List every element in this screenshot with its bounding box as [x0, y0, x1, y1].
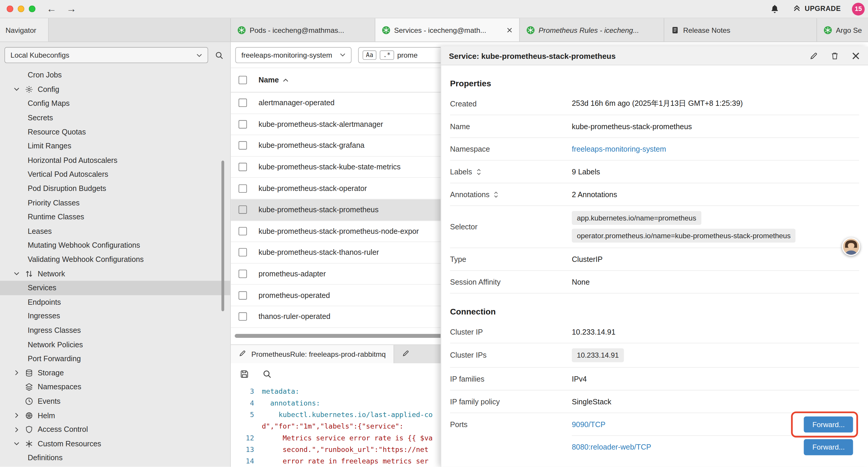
drawer-header: Service: kube-prometheus-stack-prometheu…	[441, 47, 868, 65]
back-button[interactable]: ←	[46, 4, 56, 14]
row-checkbox[interactable]	[239, 227, 247, 235]
upgrade-label: UPGRADE	[805, 5, 841, 13]
tab[interactable]: Services - icecheng@math...	[375, 18, 520, 42]
select-all-checkbox[interactable]	[239, 76, 247, 84]
user-avatar[interactable]	[842, 238, 860, 256]
row-checkbox[interactable]	[239, 206, 247, 214]
port-link[interactable]: 9090/TCP	[572, 420, 606, 428]
upgrade-button[interactable]: UPGRADE	[793, 4, 841, 14]
save-icon[interactable]	[240, 370, 249, 379]
row-checkbox[interactable]	[239, 99, 247, 107]
row-checkbox[interactable]	[239, 248, 247, 257]
expand-chevron-icon[interactable]	[13, 428, 20, 431]
code-text: error rate in freeleaps metrics ser	[262, 455, 428, 466]
sidebar-item[interactable]: Custom Resources	[0, 437, 230, 451]
row-checkbox[interactable]	[239, 184, 247, 193]
chevron-down-icon	[196, 54, 202, 57]
tab[interactable]: Release Notes	[664, 18, 817, 42]
regex-button[interactable]: .*	[380, 50, 394, 60]
kubeconfig-selector[interactable]: Local Kubeconfigs	[4, 47, 208, 63]
service-name: kube-prometheus-stack-prometheus	[258, 206, 378, 214]
sidebar-item[interactable]: Pod Disruption Budgets	[0, 181, 230, 196]
sidebar-item[interactable]: Resource Quotas	[0, 125, 230, 139]
zoom-window-button[interactable]	[29, 6, 35, 12]
close-tab-icon[interactable]	[506, 27, 513, 33]
row-checkbox[interactable]	[239, 120, 247, 128]
sidebar-item[interactable]: Access Control	[0, 422, 230, 437]
sidebar-item[interactable]: Ingresses	[0, 309, 230, 323]
sidebar-item[interactable]: Config	[0, 82, 230, 96]
sidebar-item[interactable]: Services	[0, 281, 230, 295]
dock-tab[interactable]: PrometheusRule: freeleaps-prod-rabbitmq	[231, 345, 394, 363]
notifications-bell-icon[interactable]	[770, 4, 779, 13]
sidebar-item[interactable]: Cron Jobs	[0, 68, 230, 82]
expand-chevron-icon[interactable]	[13, 88, 20, 91]
forward-button[interactable]: Forward...	[804, 416, 853, 432]
annotations-toggle-icon[interactable]	[493, 191, 499, 198]
editor-search-icon[interactable]	[262, 370, 272, 379]
sidebar-item-label: Events	[37, 397, 60, 405]
chevron-down-icon	[340, 53, 345, 56]
close-window-button[interactable]	[6, 6, 13, 12]
sidebar-item[interactable]: Limit Ranges	[0, 139, 230, 153]
expand-chevron-icon[interactable]	[13, 272, 20, 275]
sidebar-item[interactable]: Endpoints	[0, 295, 230, 309]
sidebar-item[interactable]: Port Forwarding	[0, 352, 230, 366]
row-checkbox[interactable]	[239, 270, 247, 278]
sidebar-item[interactable]: Horizontal Pod Autoscalers	[0, 153, 230, 167]
namespace-link[interactable]: freeleaps-monitoring-system	[572, 145, 666, 153]
sort-ascending-icon[interactable]	[283, 78, 288, 82]
row-checkbox[interactable]	[239, 142, 247, 150]
edit-icon[interactable]	[809, 51, 818, 60]
session-affinity-value: None	[572, 278, 859, 286]
code-text: annotations:	[262, 397, 320, 408]
expand-chevron-icon[interactable]	[13, 371, 20, 375]
labels-toggle-icon[interactable]	[476, 168, 482, 175]
expand-chevron-icon[interactable]	[13, 442, 20, 445]
sidebar-item[interactable]: Leases	[0, 224, 230, 238]
sidebar-item-label: Config	[37, 85, 59, 93]
sidebar-item[interactable]: Vertical Pod Autoscalers	[0, 167, 230, 181]
namespace-selector[interactable]: freeleaps-monitoring-system	[235, 47, 351, 63]
match-case-button[interactable]: Aa	[363, 50, 376, 60]
sidebar-item[interactable]: Network Policies	[0, 338, 230, 352]
sidebar-item[interactable]: Definitions	[0, 451, 230, 465]
tab[interactable]: Pods - icecheng@mathmas...	[231, 18, 375, 42]
row-checkbox[interactable]	[239, 313, 247, 321]
line-number: 4	[231, 397, 262, 408]
sidebar-item[interactable]: Namespaces	[0, 380, 230, 394]
port-link[interactable]: 8080:reloader-web/TCP	[572, 443, 651, 451]
sidebar-item[interactable]: Secrets	[0, 111, 230, 125]
titlebar: ← → UPGRADE 15	[0, 0, 868, 18]
expand-chevron-icon[interactable]	[13, 414, 20, 417]
close-drawer-icon[interactable]	[851, 51, 860, 60]
sidebar-item[interactable]: Mutating Webhook Configurations	[0, 238, 230, 253]
tab[interactable]: Prometheus Rules - icecheng...	[520, 18, 664, 42]
sidebar-item[interactable]: Validating Webhook Configurations	[0, 253, 230, 267]
sidebar-item[interactable]: Storage	[0, 366, 230, 380]
row-checkbox[interactable]	[239, 163, 247, 171]
sidebar-item[interactable]: Runtime Classes	[0, 210, 230, 224]
sidebar-scrollbar-thumb[interactable]	[221, 160, 224, 311]
sidebar-item[interactable]: Network	[0, 267, 230, 281]
sidebar-item[interactable]: Priority Classes	[0, 196, 230, 210]
sidebar-item-label: Limit Ranges	[28, 142, 71, 150]
sidebar-item[interactable]: Config Maps	[0, 96, 230, 111]
name-column-header[interactable]: Name	[258, 76, 279, 84]
namespace-selector-value: freeleaps-monitoring-system	[241, 51, 332, 59]
service-name: kube-prometheus-stack-prometheus-node-ex…	[258, 227, 419, 235]
notification-count-badge[interactable]: 15	[852, 2, 865, 15]
sidebar-item[interactable]: Helm	[0, 408, 230, 422]
forward-button[interactable]: →	[66, 4, 76, 14]
tab[interactable]: Argo Se	[817, 18, 868, 42]
sidebar-search-icon[interactable]	[215, 51, 224, 59]
delete-icon[interactable]	[831, 51, 839, 60]
minimize-window-button[interactable]	[18, 6, 24, 12]
sidebar-item[interactable]: Events	[0, 394, 230, 408]
sidebar-item[interactable]: Ingress Classes	[0, 323, 230, 338]
selector-row: Selector app.kubernetes.io/name=promethe…	[450, 206, 859, 248]
forward-button[interactable]: Forward...	[804, 439, 853, 455]
row-checkbox[interactable]	[239, 291, 247, 299]
port-row: 9090/TCP Forward...	[572, 413, 859, 436]
code-text: d","for":"1m","labels":{"service":	[262, 420, 403, 432]
